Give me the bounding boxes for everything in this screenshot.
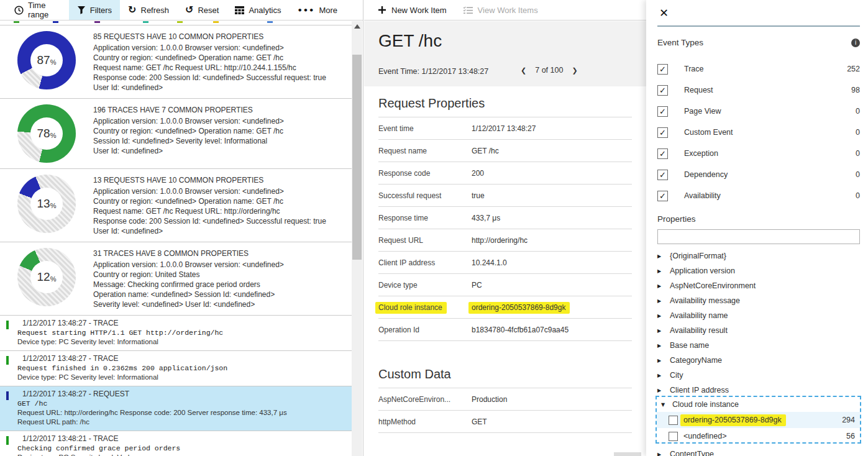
group-properties: Application version: 1.0.0.0 Browser ver… — [93, 43, 342, 93]
common-properties-group[interactable]: 12% 31 TRACES HAVE 8 COMMON PROPERTIES A… — [0, 242, 352, 315]
page-view-checkbox[interactable]: ✓ — [657, 106, 668, 117]
refresh-icon: ↻ — [128, 5, 136, 15]
event-type-row: ✓ Dependency 0 — [657, 164, 860, 185]
property-filter-item[interactable]: ▶CategoryName — [657, 353, 860, 368]
donut-percent: 12% — [30, 261, 63, 293]
request-properties-heading: Request Properties — [378, 96, 646, 111]
chevron-right-icon: ▶ — [657, 268, 664, 274]
search-results-panel: Time range Filters ↻ Refresh ↺ Reset Ana… — [0, 0, 363, 456]
event-type-row: ✓ Custom Event 0 — [657, 122, 860, 143]
property-filter-item[interactable]: ▶AspNetCoreEnvironment — [657, 278, 860, 293]
chevron-right-icon: ▶ — [657, 343, 664, 349]
group-title: 13 REQUESTS HAVE 10 COMMON PROPERTIES — [93, 176, 342, 185]
legend-mark — [14, 21, 19, 23]
group-properties: Application version: 1.0.0.0 Browser ver… — [93, 186, 342, 236]
highlighted-value: ordering-2050537869-8d9gk — [468, 302, 570, 314]
results-list: 87% 85 REQUESTS HAVE 10 COMMON PROPERTIE… — [0, 25, 352, 456]
property-filter-item-expanded[interactable]: ▼ Cloud role instance — [657, 397, 860, 412]
event-message: Checking confirmed grace period orders — [17, 444, 345, 453]
common-properties-group[interactable]: 87% 85 REQUESTS HAVE 10 COMMON PROPERTIE… — [0, 25, 352, 98]
prev-event-button[interactable]: ❮ — [521, 66, 526, 75]
property-filter-item[interactable]: ▶Application version — [657, 263, 860, 278]
property-filter-item[interactable]: ▶Availability result — [657, 323, 860, 338]
property-filter-item[interactable]: ▶Availability message — [657, 293, 860, 308]
checklist-icon — [463, 6, 473, 14]
property-filter-item[interactable]: ▶City — [657, 368, 860, 383]
property-filter-item[interactable]: ▶Base name — [657, 338, 860, 353]
trace-event-row[interactable]: 1/12/2017 13:48:27 - TRACE Request start… — [0, 315, 352, 350]
group-title: 85 REQUESTS HAVE 10 COMMON PROPERTIES — [93, 32, 342, 41]
dependency-checkbox[interactable]: ✓ — [657, 170, 668, 180]
panel-divider — [657, 25, 860, 27]
detail-header: GET /hc Event Time: 1/12/2017 13:48:27 ❮… — [364, 21, 646, 86]
vertical-scrollbar[interactable] — [352, 21, 362, 456]
scroll-up-arrow[interactable] — [354, 24, 360, 29]
event-details: Device type: PC Severity level: Informat… — [17, 337, 345, 347]
time-range-button[interactable]: Time range — [6, 0, 69, 20]
request-event-row-selected[interactable]: 1/12/2017 13:48:27 - REQUEST GET /hc Req… — [0, 386, 352, 431]
group-properties: Application version: 1.0.0.0 Browser ver… — [93, 116, 342, 156]
value-checkbox[interactable] — [669, 416, 678, 425]
analytics-label: Analytics — [249, 6, 281, 15]
event-details: Device type: PC Severity level: Verbose — [17, 453, 345, 456]
info-icon[interactable]: i — [851, 39, 860, 47]
custom-event-checkbox[interactable]: ✓ — [657, 127, 668, 138]
horizontal-scrollbar[interactable] — [614, 452, 641, 456]
legend-mark — [143, 21, 148, 23]
legend-strip — [0, 21, 352, 24]
checkmark-icon: ✓ — [659, 65, 666, 74]
event-types-heading: Event Types — [657, 38, 703, 47]
request-checkbox[interactable]: ✓ — [657, 85, 668, 96]
next-event-button[interactable]: ❯ — [572, 66, 577, 75]
event-time-label: Event Time: 1/12/2017 13:48:27 — [378, 67, 488, 76]
chevron-right-icon: ▶ — [657, 298, 664, 304]
event-message: Request starting HTTP/1.1 GET http://ord… — [17, 328, 345, 337]
common-properties-group[interactable]: 78% 196 TRACES HAVE 7 COMMON PROPERTIES … — [0, 98, 352, 168]
severity-bar — [6, 436, 9, 445]
count-badge: 0 — [856, 170, 860, 179]
property-filter-item[interactable]: ▶{OriginalFormat} — [657, 249, 860, 263]
donut-percent: 13% — [30, 188, 63, 220]
more-button[interactable]: ••• More — [289, 0, 345, 20]
cloud-role-instance-group: ▼ Cloud role instance ordering-205053786… — [656, 396, 861, 444]
view-work-items-button[interactable]: View Work Items — [463, 6, 538, 15]
clock-icon — [14, 6, 24, 15]
chevron-right-icon: ▶ — [657, 328, 664, 334]
donut-chart: 87% — [17, 31, 76, 89]
scrollbar-thumb[interactable] — [352, 55, 362, 260]
checkmark-icon: ✓ — [659, 86, 666, 95]
property-row: AspNetCoreEnviron...Production — [378, 388, 632, 411]
event-details: Device type: PC Severity level: Informat… — [17, 373, 345, 382]
request-properties-table: Event time1/12/2017 13:48:27 Request nam… — [378, 117, 632, 341]
availability-checkbox[interactable]: ✓ — [657, 191, 668, 201]
count-badge: 0 — [856, 149, 860, 158]
refresh-button[interactable]: ↻ Refresh — [120, 0, 177, 20]
new-work-item-button[interactable]: New Work Item — [378, 6, 447, 15]
event-title: 1/12/2017 13:48:27 - TRACE — [22, 319, 345, 328]
ellipsis-icon: ••• — [297, 6, 314, 14]
properties-search-input[interactable] — [657, 229, 860, 244]
checkmark-icon: ✓ — [659, 191, 666, 201]
property-filter-item[interactable]: ▶ ContentType — [657, 447, 860, 456]
trace-event-row[interactable]: 1/12/2017 13:48:27 - TRACE Request finis… — [0, 350, 352, 386]
event-type-row: ✓ Page View 0 — [657, 101, 860, 122]
legend-mark — [53, 21, 58, 23]
donut-chart: 12% — [17, 248, 76, 306]
count-badge: 294 — [842, 416, 855, 424]
filters-panel: ✕ Event Types i ✓ Trace 252 ✓ Request 98… — [646, 0, 868, 456]
filters-button[interactable]: Filters — [69, 0, 120, 20]
close-icon[interactable]: ✕ — [659, 6, 669, 19]
analytics-button[interactable]: Analytics — [227, 0, 289, 20]
property-row-highlighted: Cloud role instanceordering-2050537869-8… — [378, 296, 632, 319]
property-row: Client IP address10.244.1.0 — [378, 252, 632, 274]
trace-event-row[interactable]: 1/12/2017 13:48:21 - TRACE Checking conf… — [0, 431, 352, 456]
new-work-item-label: New Work Item — [391, 6, 447, 15]
reset-button[interactable]: ↺ Reset — [177, 0, 227, 20]
value-checkbox[interactable] — [669, 432, 678, 441]
property-filter-item[interactable]: ▶Availability name — [657, 308, 860, 323]
trace-checkbox[interactable]: ✓ — [657, 64, 668, 75]
count-badge: 0 — [856, 107, 860, 116]
common-properties-group[interactable]: 13% 13 REQUESTS HAVE 10 COMMON PROPERTIE… — [0, 168, 352, 242]
legend-mark — [177, 21, 183, 23]
exception-checkbox[interactable]: ✓ — [657, 148, 668, 159]
